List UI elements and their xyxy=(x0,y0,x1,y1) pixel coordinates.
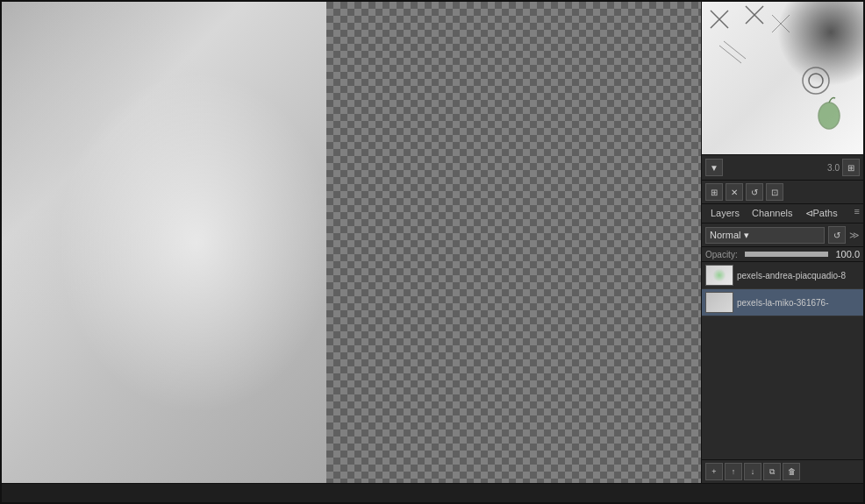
layer-name-2: pexels-la-miko-361676- xyxy=(737,298,860,308)
layer-row-1[interactable]: pexels-andrea-piacquadio-8 xyxy=(702,262,863,289)
svg-point-5 xyxy=(809,74,823,88)
panel-menu-btn[interactable]: ≡ xyxy=(854,206,860,221)
layer-action-buttons: + ↑ ↓ ⧉ 🗑 xyxy=(702,459,863,483)
tab-layers[interactable]: Layers xyxy=(705,206,745,221)
blend-mode-dropdown[interactable]: Normal ▾ xyxy=(705,227,825,244)
right-panel: ▼ 3.0 ⊞ ⊞ ✕ ↺ ⊡ Layers Channels ⊲Paths ≡ xyxy=(701,2,863,483)
left-image-panel xyxy=(2,2,326,483)
panel-controls-top: ▼ 3.0 ⊞ xyxy=(702,155,863,181)
mode-extra-btn[interactable]: ≫ xyxy=(849,230,860,241)
layer-name-1: pexels-andrea-piacquadio-8 xyxy=(737,271,860,280)
opacity-value: 100.0 xyxy=(835,249,860,259)
delete-layer-btn[interactable]: 🗑 xyxy=(783,463,800,480)
opacity-label: Opacity: xyxy=(705,250,738,259)
raise-layer-btn[interactable]: ↑ xyxy=(725,463,742,480)
right-top-thumbnail xyxy=(702,2,863,155)
top-image xyxy=(702,2,863,154)
history-btn[interactable]: ↺ xyxy=(828,226,846,244)
svg-point-6 xyxy=(819,103,840,129)
layer-thumb-1 xyxy=(705,265,733,286)
layer-tool-1[interactable]: ⊞ xyxy=(705,183,723,201)
layer-tool-4[interactable]: ⊡ xyxy=(766,183,783,201)
layer-tool-3[interactable]: ↺ xyxy=(746,183,763,201)
app-container: 2 ⊞ Layer Boundary Size... ⊞ Layer to Im… xyxy=(0,0,865,504)
tab-channels[interactable]: Channels xyxy=(747,206,797,221)
svg-line-9 xyxy=(719,46,741,63)
panel-scroll-btn[interactable]: ▼ xyxy=(705,159,723,176)
opacity-row: Opacity: 100.0 xyxy=(702,247,863,262)
zoom-value: 3.0 xyxy=(827,163,840,173)
new-layer-btn[interactable]: + xyxy=(705,463,723,480)
opacity-slider[interactable] xyxy=(745,252,829,257)
layer-tool-2[interactable]: ✕ xyxy=(726,183,743,201)
layer-row-2[interactable]: pexels-la-miko-361676- xyxy=(702,289,863,316)
layers-list: pexels-andrea-piacquadio-8 pexels-la-mik… xyxy=(702,262,863,459)
duplicate-layer-btn[interactable]: ⧉ xyxy=(763,463,781,480)
svg-point-4 xyxy=(803,67,829,94)
mode-row: Normal ▾ ↺ ≫ xyxy=(702,224,863,247)
status-bar xyxy=(2,483,863,502)
tab-paths[interactable]: ⊲Paths xyxy=(800,206,843,221)
layer-tool-icons: ⊞ ✕ ↺ ⊡ xyxy=(702,181,863,204)
texture-background xyxy=(2,2,326,483)
main-area: 2 ⊞ Layer Boundary Size... ⊞ Layer to Im… xyxy=(2,2,863,483)
lower-layer-btn[interactable]: ↓ xyxy=(744,463,761,480)
canvas-area: 2 ⊞ Layer Boundary Size... ⊞ Layer to Im… xyxy=(2,2,701,483)
zoom-adjust-btn[interactable]: ⊞ xyxy=(842,159,860,176)
checker-panel: 2 ⊞ Layer Boundary Size... ⊞ Layer to Im… xyxy=(326,2,701,483)
svg-line-10 xyxy=(724,41,746,59)
layer-thumb-2 xyxy=(705,292,733,313)
panel-tabs: Layers Channels ⊲Paths ≡ xyxy=(702,204,863,224)
